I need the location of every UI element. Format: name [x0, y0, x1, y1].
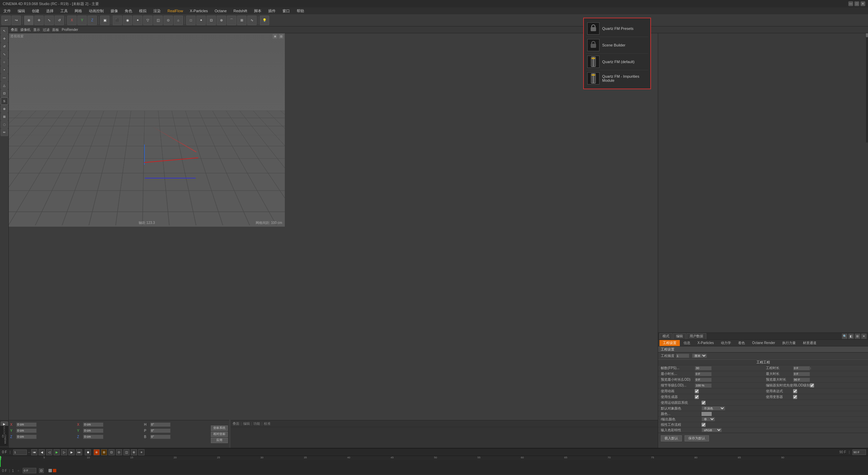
coord-z-pos[interactable]: [16, 435, 37, 439]
prop-tab-mode[interactable]: 模式: [659, 333, 672, 339]
length-input[interactable]: [793, 366, 810, 370]
obj7-btn[interactable]: ⌂: [174, 16, 183, 25]
anim-track-label-3[interactable]: 功能: [253, 421, 260, 426]
tl-play-btn[interactable]: ▶: [54, 449, 60, 455]
tl-play-fwd-btn[interactable]: ▷: [61, 449, 67, 455]
linear-check[interactable]: [702, 423, 706, 427]
undo-btn[interactable]: ↩: [1, 16, 11, 25]
tl-first-btn[interactable]: ⏮: [31, 449, 37, 455]
sub-item-1[interactable]: 叠面: [11, 27, 18, 32]
rf-menu-item-3[interactable]: Quartz FM (default): [586, 54, 648, 70]
uv-tool[interactable]: ⊡: [1, 90, 8, 97]
tl-play-back-btn[interactable]: ◁: [46, 449, 52, 455]
prop-icon-close[interactable]: ✕: [861, 334, 867, 339]
select-tool[interactable]: ↖: [1, 27, 8, 35]
snap-tool[interactable]: ⊕: [1, 105, 8, 113]
poly-tool[interactable]: △: [1, 82, 8, 89]
edge-tool[interactable]: —: [1, 74, 8, 81]
prop-search-icon[interactable]: 🔍: [842, 334, 847, 339]
coord-x-pos[interactable]: [16, 422, 37, 427]
rotate-tool[interactable]: ↺: [1, 43, 8, 50]
tl-extra-1[interactable]: ⊕: [94, 449, 100, 455]
move-btn[interactable]: ✛: [34, 16, 44, 25]
menu-create[interactable]: 创建: [31, 8, 41, 14]
generator-btn[interactable]: ⊞: [237, 16, 246, 25]
gen-check[interactable]: [695, 395, 699, 399]
eng-freq-input[interactable]: [676, 354, 689, 358]
field-btn[interactable]: ⊛: [217, 16, 226, 25]
save-default-btn[interactable]: 保存为默认: [685, 435, 709, 441]
sub-item-5[interactable]: 面板: [52, 27, 59, 32]
menu-camera[interactable]: 摄像: [109, 8, 119, 14]
menu-render[interactable]: 渲染: [152, 8, 162, 14]
menu-anim[interactable]: 动画控制: [87, 8, 105, 14]
paint-tool[interactable]: ✏: [1, 129, 8, 136]
prop-nav-dynamics[interactable]: 动力学: [717, 340, 734, 346]
size-p-input[interactable]: [150, 429, 171, 433]
tl-extra-2[interactable]: ⊞: [101, 449, 107, 455]
prevmax-input[interactable]: [793, 378, 810, 382]
coord-y-pos[interactable]: [16, 429, 37, 433]
motion-check[interactable]: [702, 401, 706, 405]
anim-track-label-4[interactable]: 校准: [264, 421, 271, 426]
menu-xparticles[interactable]: X-Particles: [189, 9, 209, 13]
deform-check[interactable]: [793, 395, 797, 399]
vp-icon-2[interactable]: ⊡: [279, 34, 283, 39]
scale-tool[interactable]: ⤡: [1, 51, 8, 58]
prop-nav-shade[interactable]: 着色: [735, 340, 748, 346]
live-select-btn[interactable]: ⊕: [24, 16, 34, 25]
menu-redshift[interactable]: Redshift: [232, 9, 249, 13]
prop-icon-2[interactable]: ⊞: [855, 334, 860, 339]
anim-track-label-1[interactable]: 叠面: [233, 421, 239, 426]
rf-menu-item-2[interactable]: Scene Builder: [586, 37, 648, 54]
timeline-track[interactable]: [0, 460, 868, 467]
tl-start-field[interactable]: [13, 450, 27, 455]
tl-end-field[interactable]: [852, 450, 866, 455]
rotate-btn[interactable]: ↺: [55, 16, 64, 25]
obj2-btn[interactable]: ◉: [123, 16, 132, 25]
cube-btn[interactable]: □: [186, 16, 196, 25]
expr-check[interactable]: [793, 389, 797, 393]
minimize-btn[interactable]: —: [848, 1, 853, 6]
menu-edit[interactable]: 编辑: [16, 8, 26, 14]
obj1-btn[interactable]: ⬛: [113, 16, 122, 25]
tl-last-btn[interactable]: ⏭: [76, 449, 82, 455]
tl-extra-6[interactable]: ⊛: [131, 449, 137, 455]
tl-time-mode[interactable]: ⊡: [39, 468, 44, 473]
light-btn[interactable]: ✦: [196, 16, 206, 25]
maximize-btn[interactable]: □: [854, 1, 859, 6]
move-tool[interactable]: ✛: [1, 35, 8, 42]
prop-icon-1[interactable]: ◧: [848, 334, 854, 339]
menu-mesh[interactable]: 网格: [73, 8, 83, 14]
menu-window[interactable]: 窗口: [281, 8, 291, 14]
lod-editor-check[interactable]: [810, 383, 814, 387]
close-btn[interactable]: ✕: [861, 1, 865, 6]
obj5-btn[interactable]: ◫: [153, 16, 163, 25]
coord-z-btn[interactable]: Z: [87, 16, 97, 25]
tl-extra-3[interactable]: ⊡: [108, 449, 115, 455]
tl-frame-input[interactable]: [23, 468, 36, 473]
prop-nav-settings[interactable]: 工程设置: [659, 340, 680, 346]
sculpt-tool[interactable]: ◌: [1, 121, 8, 128]
texture-tool[interactable]: S: [1, 97, 8, 105]
scale-btn[interactable]: ⤡: [44, 16, 54, 25]
menu-plugins[interactable]: 插件: [267, 8, 277, 14]
sub-item-2[interactable]: 摄像机: [20, 27, 31, 32]
maxtime-input[interactable]: [793, 372, 810, 376]
load-default-btn[interactable]: 载入默认: [661, 435, 682, 441]
tl-extra-7[interactable]: ≡: [138, 449, 144, 455]
menu-script[interactable]: 脚本: [253, 8, 263, 14]
defcolor-select[interactable]: 不演色: [702, 406, 725, 411]
tl-extra-4[interactable]: ⊙: [116, 449, 122, 455]
tl-next-btn[interactable]: ▶: [68, 449, 75, 455]
sub-item-3[interactable]: 显示: [33, 27, 40, 32]
prop-nav-channel[interactable]: 材质通道: [800, 340, 820, 346]
sub-item-6[interactable]: ProRender: [62, 28, 78, 32]
tl-prev-btn[interactable]: ◀: [39, 449, 45, 455]
deformer-btn[interactable]: ⌒: [227, 16, 236, 25]
prop-tab-edit[interactable]: 编辑: [673, 333, 686, 339]
menu-tools[interactable]: 工具: [59, 8, 69, 14]
tl-extra-5[interactable]: ◫: [123, 449, 130, 455]
spline-btn[interactable]: ∿: [247, 16, 257, 25]
coord-apply-btn[interactable]: 应用: [211, 438, 228, 443]
